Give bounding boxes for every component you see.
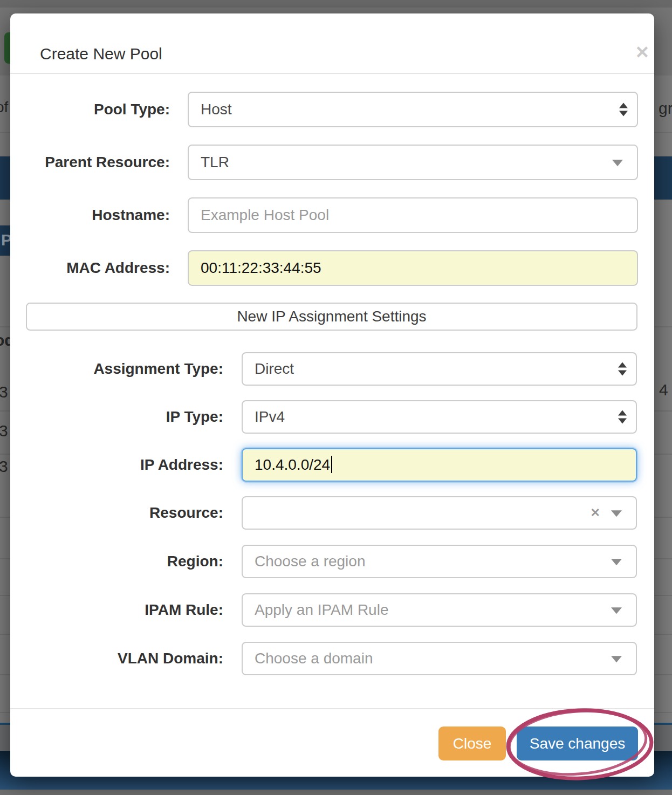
close-button[interactable]: Close [438,727,506,760]
resource-label: Resource: [21,496,223,530]
header-divider [10,73,654,74]
chevron-down-icon [612,160,623,166]
region-label: Region: [21,545,223,578]
create-new-pool-modal: Create New Pool ✕ Pool Type: Host Parent… [10,13,654,777]
screen: of gr P od 3 4 3 3 Create New Pool ✕ Poo… [0,0,672,795]
modal-title: Create New Pool [40,45,162,63]
ip-type-value: IPv4 [243,401,636,433]
ip-address-input[interactable]: 10.4.0.0/24 [242,448,637,482]
chevron-down-icon [611,510,622,517]
select-arrows-icon [618,410,627,424]
vlan-domain-label: VLAN Domain: [21,642,223,675]
pool-type-select[interactable]: Host [188,92,638,127]
chevron-down-icon [611,656,622,662]
pool-type-value: Host [189,93,637,126]
parent-resource-select[interactable]: TLR [188,145,638,180]
background-text-fragment: gr [659,99,672,118]
footer-divider [10,708,654,709]
hostname-input[interactable] [188,197,638,233]
chevron-down-icon [611,607,622,614]
ip-type-select[interactable]: IPv4 [242,400,637,434]
ipam-rule-placeholder: Apply an IPAM Rule [243,594,636,626]
ip-type-label: IP Type: [21,400,223,434]
mac-address-label: MAC Address: [21,250,170,286]
vlan-domain-placeholder: Choose a domain [243,643,636,674]
region-select[interactable]: Choose a region [242,545,637,578]
background-text-fragment: 3 [0,383,8,401]
background-text-fragment: 3 [0,422,8,440]
ip-address-label: IP Address: [21,448,223,482]
vlan-domain-select[interactable]: Choose a domain [242,642,637,675]
ipam-rule-label: IPAM Rule: [21,593,223,627]
assignment-type-label: Assignment Type: [21,352,223,386]
close-icon[interactable]: ✕ [630,40,654,64]
background-text-fragment: 3 [0,457,8,476]
background-bottom-strip [0,790,672,795]
background-text-fragment: 4 [659,381,668,399]
select-arrows-icon [619,103,628,116]
parent-resource-value: TLR [189,146,637,179]
ip-address-value: 10.4.0.0/24 [243,449,636,481]
pool-type-label: Pool Type: [21,92,170,127]
parent-resource-label: Parent Resource: [21,145,170,180]
resource-select[interactable]: ✕ [242,496,637,530]
chevron-down-icon [611,559,622,565]
region-placeholder: Choose a region [243,546,636,577]
text-cursor [331,456,332,473]
background-text-fragment: of [0,99,8,116]
assignment-type-value: Direct [243,353,636,385]
hostname-label: Hostname: [21,197,170,233]
select-arrows-icon [618,362,627,376]
clear-icon[interactable]: ✕ [591,506,600,520]
mac-address-input[interactable] [188,250,638,286]
background-top-strip [0,0,672,8]
save-changes-button[interactable]: Save changes [517,727,638,760]
ipam-rule-select[interactable]: Apply an IPAM Rule [242,593,637,627]
ip-assignment-section-header: New IP Assignment Settings [26,303,637,331]
assignment-type-select[interactable]: Direct [242,352,637,386]
